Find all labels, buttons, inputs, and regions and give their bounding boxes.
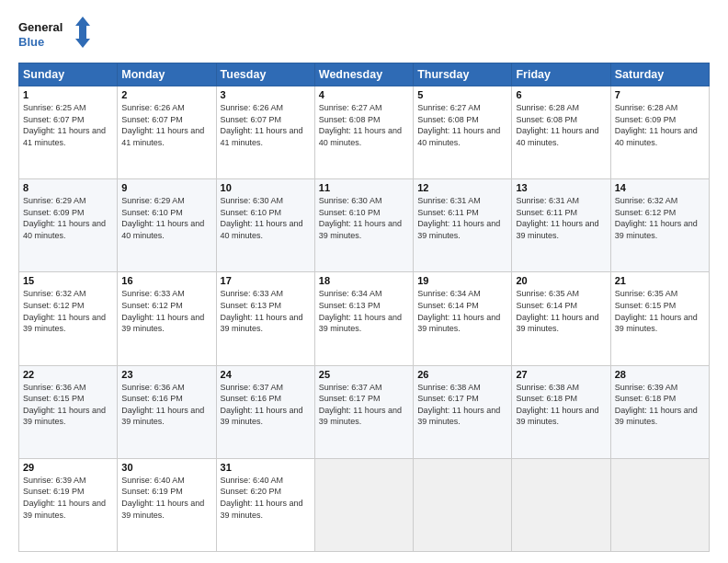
day-number: 26	[417, 369, 507, 380]
day-info: Sunrise: 6:30 AM Sunset: 6:10 PM Dayligh…	[319, 195, 409, 241]
page: General Blue SundayMondayTuesdayWednesda…	[0, 0, 728, 563]
calendar-week-row: 29 Sunrise: 6:39 AM Sunset: 6:19 PM Dayl…	[19, 458, 710, 551]
calendar-day-cell: 13 Sunrise: 6:31 AM Sunset: 6:11 PM Dayl…	[512, 179, 610, 272]
day-number: 6	[516, 89, 606, 100]
day-info: Sunrise: 6:26 AM Sunset: 6:07 PM Dayligh…	[221, 102, 311, 148]
calendar-day-cell: 8 Sunrise: 6:29 AM Sunset: 6:09 PM Dayli…	[19, 179, 118, 272]
calendar-week-row: 1 Sunrise: 6:25 AM Sunset: 6:07 PM Dayli…	[19, 86, 710, 179]
calendar-day-cell: 22 Sunrise: 6:36 AM Sunset: 6:15 PM Dayl…	[19, 365, 118, 458]
day-info: Sunrise: 6:34 AM Sunset: 6:14 PM Dayligh…	[417, 288, 507, 334]
calendar-day-header: Monday	[118, 63, 216, 86]
day-info: Sunrise: 6:35 AM Sunset: 6:14 PM Dayligh…	[516, 288, 606, 334]
calendar-day-cell: 17 Sunrise: 6:33 AM Sunset: 6:13 PM Dayl…	[216, 272, 314, 365]
calendar-day-header: Friday	[512, 63, 610, 86]
day-number: 23	[121, 369, 211, 380]
day-info: Sunrise: 6:38 AM Sunset: 6:18 PM Dayligh…	[516, 382, 606, 428]
calendar-table: SundayMondayTuesdayWednesdayThursdayFrid…	[18, 63, 710, 552]
day-number: 29	[23, 462, 113, 473]
day-number: 8	[23, 182, 113, 193]
logo-svg: General Blue	[18, 17, 92, 53]
day-info: Sunrise: 6:27 AM Sunset: 6:08 PM Dayligh…	[417, 102, 507, 148]
day-info: Sunrise: 6:37 AM Sunset: 6:17 PM Dayligh…	[319, 382, 409, 428]
day-info: Sunrise: 6:35 AM Sunset: 6:15 PM Dayligh…	[615, 288, 705, 334]
calendar-day-cell	[314, 458, 413, 551]
calendar-day-cell: 24 Sunrise: 6:37 AM Sunset: 6:16 PM Dayl…	[216, 365, 314, 458]
day-info: Sunrise: 6:32 AM Sunset: 6:12 PM Dayligh…	[615, 195, 705, 241]
day-info: Sunrise: 6:25 AM Sunset: 6:07 PM Dayligh…	[23, 102, 113, 148]
day-info: Sunrise: 6:32 AM Sunset: 6:12 PM Dayligh…	[23, 288, 113, 334]
calendar-day-cell: 3 Sunrise: 6:26 AM Sunset: 6:07 PM Dayli…	[216, 86, 314, 179]
day-info: Sunrise: 6:40 AM Sunset: 6:19 PM Dayligh…	[121, 475, 211, 521]
day-number: 5	[417, 89, 507, 100]
calendar-week-row: 15 Sunrise: 6:32 AM Sunset: 6:12 PM Dayl…	[19, 272, 710, 365]
logo: General Blue	[18, 17, 92, 53]
calendar-day-header: Thursday	[414, 63, 512, 86]
day-info: Sunrise: 6:30 AM Sunset: 6:10 PM Dayligh…	[221, 195, 311, 241]
day-number: 21	[615, 275, 705, 286]
calendar-day-cell: 1 Sunrise: 6:25 AM Sunset: 6:07 PM Dayli…	[19, 86, 118, 179]
day-info: Sunrise: 6:29 AM Sunset: 6:09 PM Dayligh…	[23, 195, 113, 241]
day-number: 11	[319, 182, 409, 193]
calendar-day-cell: 21 Sunrise: 6:35 AM Sunset: 6:15 PM Dayl…	[610, 272, 709, 365]
day-number: 2	[121, 89, 211, 100]
day-info: Sunrise: 6:33 AM Sunset: 6:12 PM Dayligh…	[121, 288, 211, 334]
calendar-day-cell	[414, 458, 512, 551]
day-number: 30	[121, 462, 211, 473]
day-info: Sunrise: 6:29 AM Sunset: 6:10 PM Dayligh…	[121, 195, 211, 241]
calendar-day-cell: 6 Sunrise: 6:28 AM Sunset: 6:08 PM Dayli…	[512, 86, 610, 179]
day-info: Sunrise: 6:28 AM Sunset: 6:08 PM Dayligh…	[516, 102, 606, 148]
day-info: Sunrise: 6:34 AM Sunset: 6:13 PM Dayligh…	[319, 288, 409, 334]
calendar-day-cell: 31 Sunrise: 6:40 AM Sunset: 6:20 PM Dayl…	[216, 458, 314, 551]
calendar-day-cell: 2 Sunrise: 6:26 AM Sunset: 6:07 PM Dayli…	[118, 86, 216, 179]
day-info: Sunrise: 6:40 AM Sunset: 6:20 PM Dayligh…	[221, 475, 311, 521]
calendar-day-header: Tuesday	[216, 63, 314, 86]
calendar-day-cell: 30 Sunrise: 6:40 AM Sunset: 6:19 PM Dayl…	[118, 458, 216, 551]
calendar-day-cell: 15 Sunrise: 6:32 AM Sunset: 6:12 PM Dayl…	[19, 272, 118, 365]
calendar-week-row: 22 Sunrise: 6:36 AM Sunset: 6:15 PM Dayl…	[19, 365, 710, 458]
calendar-day-cell	[610, 458, 709, 551]
day-number: 24	[221, 369, 311, 380]
calendar-day-cell: 16 Sunrise: 6:33 AM Sunset: 6:12 PM Dayl…	[118, 272, 216, 365]
calendar-day-cell: 19 Sunrise: 6:34 AM Sunset: 6:14 PM Dayl…	[414, 272, 512, 365]
day-number: 3	[221, 89, 311, 100]
calendar-day-cell: 9 Sunrise: 6:29 AM Sunset: 6:10 PM Dayli…	[118, 179, 216, 272]
day-info: Sunrise: 6:26 AM Sunset: 6:07 PM Dayligh…	[121, 102, 211, 148]
day-info: Sunrise: 6:31 AM Sunset: 6:11 PM Dayligh…	[516, 195, 606, 241]
day-info: Sunrise: 6:27 AM Sunset: 6:08 PM Dayligh…	[319, 102, 409, 148]
calendar-day-cell: 18 Sunrise: 6:34 AM Sunset: 6:13 PM Dayl…	[314, 272, 413, 365]
calendar-day-cell: 25 Sunrise: 6:37 AM Sunset: 6:17 PM Dayl…	[314, 365, 413, 458]
day-info: Sunrise: 6:37 AM Sunset: 6:16 PM Dayligh…	[221, 382, 311, 428]
day-info: Sunrise: 6:28 AM Sunset: 6:09 PM Dayligh…	[615, 102, 705, 148]
day-number: 17	[221, 275, 311, 286]
day-number: 10	[221, 182, 311, 193]
svg-text:Blue: Blue	[18, 35, 44, 49]
day-info: Sunrise: 6:39 AM Sunset: 6:18 PM Dayligh…	[615, 382, 705, 428]
calendar-day-cell: 20 Sunrise: 6:35 AM Sunset: 6:14 PM Dayl…	[512, 272, 610, 365]
day-number: 18	[319, 275, 409, 286]
day-number: 16	[121, 275, 211, 286]
calendar-day-cell: 11 Sunrise: 6:30 AM Sunset: 6:10 PM Dayl…	[314, 179, 413, 272]
day-number: 14	[615, 182, 705, 193]
svg-text:General: General	[18, 20, 63, 34]
day-number: 1	[23, 89, 113, 100]
calendar-day-header: Saturday	[610, 63, 709, 86]
calendar-day-cell: 7 Sunrise: 6:28 AM Sunset: 6:09 PM Dayli…	[610, 86, 709, 179]
day-number: 31	[221, 462, 311, 473]
calendar-week-row: 8 Sunrise: 6:29 AM Sunset: 6:09 PM Dayli…	[19, 179, 710, 272]
day-number: 27	[516, 369, 606, 380]
day-number: 25	[319, 369, 409, 380]
day-info: Sunrise: 6:33 AM Sunset: 6:13 PM Dayligh…	[221, 288, 311, 334]
day-number: 28	[615, 369, 705, 380]
day-info: Sunrise: 6:36 AM Sunset: 6:15 PM Dayligh…	[23, 382, 113, 428]
calendar-day-cell: 26 Sunrise: 6:38 AM Sunset: 6:17 PM Dayl…	[414, 365, 512, 458]
day-number: 4	[319, 89, 409, 100]
calendar-day-header: Sunday	[19, 63, 118, 86]
day-number: 13	[516, 182, 606, 193]
calendar-day-cell: 5 Sunrise: 6:27 AM Sunset: 6:08 PM Dayli…	[414, 86, 512, 179]
day-number: 20	[516, 275, 606, 286]
calendar-day-cell: 4 Sunrise: 6:27 AM Sunset: 6:08 PM Dayli…	[314, 86, 413, 179]
day-info: Sunrise: 6:36 AM Sunset: 6:16 PM Dayligh…	[121, 382, 211, 428]
day-number: 7	[615, 89, 705, 100]
day-number: 19	[417, 275, 507, 286]
calendar-header-row: SundayMondayTuesdayWednesdayThursdayFrid…	[19, 63, 710, 86]
